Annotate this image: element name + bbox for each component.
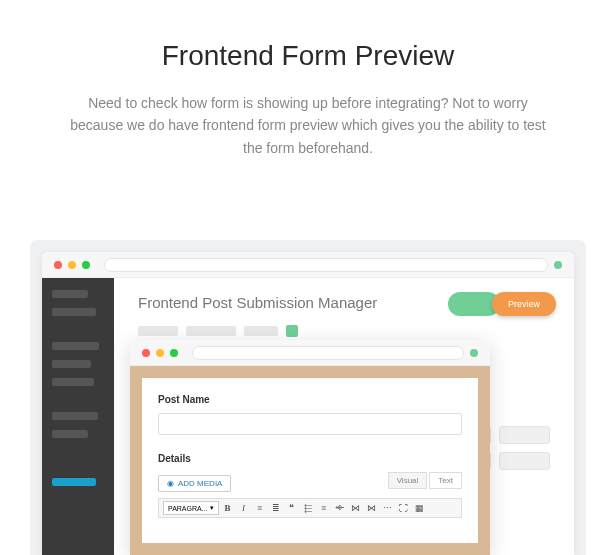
format-select[interactable]: PARAGRA...▾: [163, 501, 219, 515]
preview-titlebar: [130, 340, 490, 366]
minimize-icon[interactable]: [68, 261, 76, 269]
italic-button[interactable]: I: [237, 501, 251, 515]
align-left-button[interactable]: ⬱: [301, 501, 315, 515]
field-placeholder[interactable]: [499, 452, 550, 470]
chevron-down-icon: ▾: [210, 504, 214, 512]
add-media-label: ADD MEDIA: [178, 479, 222, 488]
editor-toolbar: PARAGRA...▾ B I ≡ ≣ ❝ ⬱ ≡ ⬲ ⋈ ⋈ ⋯ ⛶ ▦: [158, 498, 462, 518]
preview-button[interactable]: Preview: [492, 292, 556, 316]
align-right-button[interactable]: ⬲: [333, 501, 347, 515]
fullscreen-button[interactable]: ⛶: [397, 501, 411, 515]
status-dot-icon: [554, 261, 562, 269]
main-titlebar: [42, 252, 574, 278]
unlink-button[interactable]: ⋈: [365, 501, 379, 515]
link-button[interactable]: ⋈: [349, 501, 363, 515]
sidebar-item[interactable]: [52, 412, 98, 420]
post-name-input[interactable]: [158, 413, 462, 435]
sidebar-item[interactable]: [52, 360, 91, 368]
align-center-button[interactable]: ≡: [317, 501, 331, 515]
minimize-icon[interactable]: [156, 349, 164, 357]
close-icon[interactable]: [142, 349, 150, 357]
bold-button[interactable]: B: [221, 501, 235, 515]
maximize-icon[interactable]: [82, 261, 90, 269]
tab-text[interactable]: Text: [429, 472, 462, 489]
placeholder-line: [244, 326, 278, 336]
preview-browser-window: Post Name Details ◉ ADD MEDIA Visual Tex…: [130, 340, 490, 555]
close-icon[interactable]: [54, 261, 62, 269]
sidebar-item[interactable]: [52, 308, 96, 316]
add-media-button[interactable]: ◉ ADD MEDIA: [158, 475, 231, 492]
post-name-label: Post Name: [158, 394, 462, 405]
status-indicator-icon: [286, 325, 298, 337]
url-bar[interactable]: [104, 258, 548, 272]
field-placeholder[interactable]: [499, 426, 550, 444]
admin-sidebar: [42, 278, 114, 555]
hero-description: Need to check how form is showing up bef…: [60, 92, 556, 159]
form-preview-card: Post Name Details ◉ ADD MEDIA Visual Tex…: [142, 378, 478, 543]
tab-visual[interactable]: Visual: [388, 472, 428, 489]
maximize-icon[interactable]: [170, 349, 178, 357]
placeholder-line: [138, 326, 178, 336]
hero-title: Frontend Form Preview: [60, 40, 556, 72]
details-label: Details: [158, 453, 462, 464]
numbered-list-button[interactable]: ≣: [269, 501, 283, 515]
sidebar-item-active[interactable]: [52, 478, 96, 486]
media-icon: ◉: [167, 479, 174, 488]
quote-button[interactable]: ❝: [285, 501, 299, 515]
status-dot-icon: [470, 349, 478, 357]
sidebar-item[interactable]: [52, 430, 88, 438]
url-bar[interactable]: [192, 346, 464, 360]
sidebar-item[interactable]: [52, 378, 94, 386]
toolbar-toggle-button[interactable]: ▦: [413, 501, 427, 515]
sidebar-item[interactable]: [52, 290, 88, 298]
sidebar-item[interactable]: [52, 342, 99, 350]
placeholder-line: [186, 326, 236, 336]
illustration-stage: Frontend Post Submission Manager Preview…: [30, 240, 586, 555]
bullet-list-button[interactable]: ≡: [253, 501, 267, 515]
more-button[interactable]: ⋯: [381, 501, 395, 515]
